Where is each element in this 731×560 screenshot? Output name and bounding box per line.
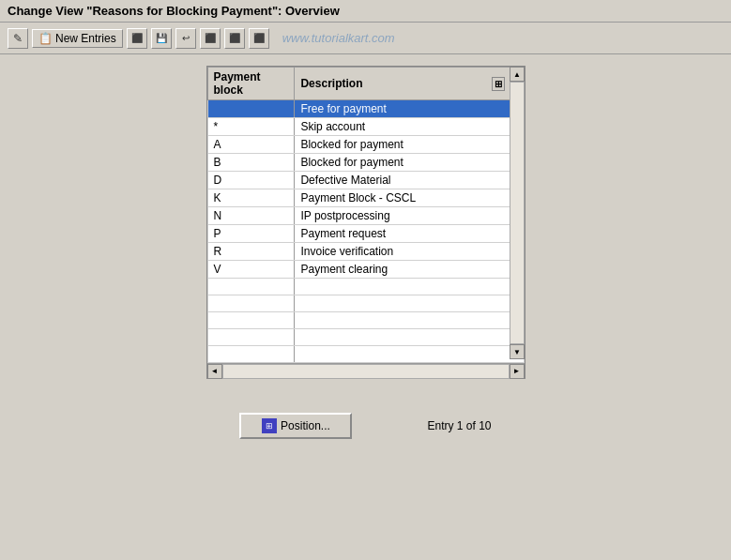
table-row[interactable]: ABlocked for payment [207,136,524,154]
scroll-right-btn[interactable]: ► [510,364,525,379]
entry-count: Entry 1 of 10 [427,419,491,432]
table-row[interactable]: *Skip account [207,118,524,136]
cell-description [295,295,524,312]
table-row[interactable]: BBlocked for payment [207,154,524,172]
vertical-scrollbar[interactable]: ▲ ▼ [510,67,525,359]
cell-block [207,312,295,329]
table-row[interactable]: VPayment clearing [207,261,524,279]
cell-description: Blocked for payment [295,154,524,172]
table-row[interactable]: RInvoice verification [207,243,524,261]
cell-block: K [207,189,295,207]
cell-block: V [207,261,295,279]
cell-block: * [207,118,295,136]
cell-block: R [207,243,295,261]
col-block-header: Payment block [207,68,295,100]
main-content: Payment block Description ⊞ Free for pay… [0,54,731,390]
table-row[interactable]: KPayment Block - CSCL [207,189,524,207]
toolbar: ✎ 📋 New Entries ⬛ 💾 ↩ ⬛ ⬛ ⬛ www.tutorial… [0,23,731,54]
scroll-down-btn[interactable]: ▼ [510,344,525,359]
cell-description [295,312,524,329]
cell-description: Blocked for payment [295,136,524,154]
table-row[interactable] [207,295,524,312]
nav2-icon-btn[interactable]: ⬛ [224,28,245,49]
cell-block: A [207,136,295,154]
nav3-icon: ⬛ [253,33,265,43]
table-row[interactable]: PPayment request [207,225,524,243]
cell-block: P [207,225,295,243]
position-btn-label: Position... [281,419,330,432]
cell-block [207,100,295,118]
cell-block [207,295,295,312]
watermark-text: www.tutorialkart.com [282,31,395,45]
cell-description: Free for payment [295,100,524,118]
table-header: Payment block Description ⊞ [207,68,524,100]
table-row[interactable]: Free for payment [207,100,524,118]
scroll-left-btn[interactable]: ◄ [207,364,222,379]
payment-block-table: Payment block Description ⊞ Free for pay… [207,67,525,363]
cell-description [295,346,524,363]
table-container: Payment block Description ⊞ Free for pay… [206,66,525,379]
nav3-icon-btn[interactable]: ⬛ [249,28,269,49]
bottom-bar: ⊞ Position... Entry 1 of 10 [0,398,731,454]
cell-block: N [207,207,295,225]
scroll-up-btn[interactable]: ▲ [510,67,525,82]
table-row[interactable] [207,279,524,295]
table-row[interactable] [207,312,524,329]
nav2-icon: ⬛ [229,33,240,43]
nav1-icon: ⬛ [205,33,216,43]
horizontal-scrollbar[interactable]: ◄ ► [207,363,525,378]
new-entries-button[interactable]: 📋 New Entries [32,29,123,48]
cell-block: D [207,172,295,189]
table-row[interactable]: NIP postprocessing [207,207,524,225]
cell-block [207,329,295,346]
title-bar: Change View "Reasons for Blocking Paymen… [0,0,731,23]
table-row[interactable]: DDefective Material [207,172,524,189]
nav1-icon-btn[interactable]: ⬛ [200,28,221,49]
col-desc-header: Description ⊞ [295,68,524,100]
save-icon-btn[interactable]: 💾 [151,28,172,49]
hscroll-track[interactable] [222,364,510,379]
cell-description: Skip account [295,118,524,136]
cell-description: Payment Block - CSCL [295,189,524,207]
table-row[interactable] [207,346,524,363]
cell-description [295,279,524,295]
new-entries-label: New Entries [55,32,116,45]
cell-description: Invoice verification [295,243,524,261]
pen-icon: ✎ [13,33,23,44]
edit-icon-btn[interactable]: ✎ [8,28,28,49]
undo-icon-btn[interactable]: ↩ [175,28,196,49]
save-icon: 💾 [156,33,167,43]
copy-icon-btn[interactable]: ⬛ [127,28,147,49]
cell-block: B [207,154,295,172]
cell-description: Payment request [295,225,524,243]
table-row[interactable] [207,329,524,346]
cell-description: Payment clearing [295,261,524,279]
copy-icon: ⬛ [131,33,143,43]
cell-description: IP postprocessing [295,207,524,225]
cell-block [207,279,295,295]
table-body: Free for payment*Skip accountABlocked fo… [207,100,524,363]
page-title: Change View "Reasons for Blocking Paymen… [8,4,340,18]
cell-description: Defective Material [295,172,524,189]
position-button[interactable]: ⊞ Position... [239,413,352,439]
cell-description [295,329,524,346]
table-settings-icon[interactable]: ⊞ [492,77,505,91]
new-entries-icon: 📋 [38,32,53,45]
scroll-track[interactable] [510,82,525,344]
position-icon: ⊞ [262,418,277,433]
cell-block [207,346,295,363]
undo-icon: ↩ [182,33,190,43]
